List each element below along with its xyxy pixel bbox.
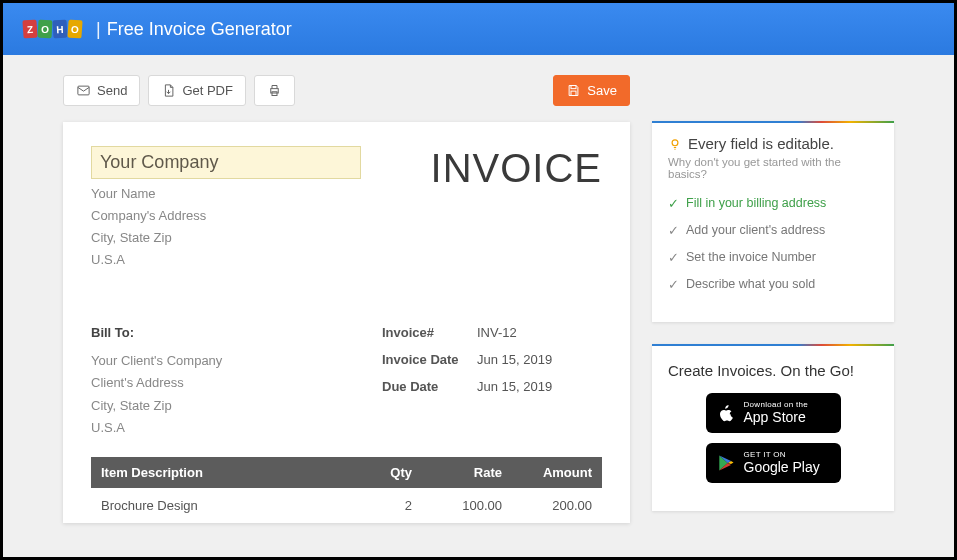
check-icon: ✓ [668,223,679,238]
svg-rect-4 [571,91,576,95]
tips-panel: Every field is editable. Why don't you g… [652,121,894,322]
svg-rect-3 [571,86,576,89]
panel-accent [652,121,894,123]
company-address-field[interactable]: Company's Address [91,205,431,227]
file-icon [161,83,176,98]
promo-panel: Create Invoices. On the Go! Download on … [652,344,894,511]
bulb-icon [668,137,682,151]
company-country-field[interactable]: U.S.A [91,249,431,271]
toolbar: Send Get PDF Save [63,75,630,106]
check-icon: ✓ [668,196,679,211]
item-qty[interactable]: 2 [332,498,412,513]
app-store-button[interactable]: Download on the App Store [706,393,841,433]
client-address-field[interactable]: Client's Address [91,372,382,394]
check-icon: ✓ [668,250,679,265]
company-city-field[interactable]: City, State Zip [91,227,431,249]
save-button[interactable]: Save [553,75,630,106]
your-name-field[interactable]: Your Name [91,183,431,205]
tips-title: Every field is editable. [668,135,878,152]
app-title: Free Invoice Generator [107,19,292,40]
items-table-header: Item Description Qty Rate Amount [91,457,602,488]
table-row[interactable]: Brochure Design 2 100.00 200.00 [91,488,602,523]
client-country-field[interactable]: U.S.A [91,417,382,439]
play-icon [716,452,736,474]
invoice-title: INVOICE [431,146,602,271]
invoice-number-value[interactable]: INV-12 [477,325,517,340]
apple-icon [716,402,736,424]
logo-letter: O [67,20,82,39]
logo-letter: H [53,20,68,39]
col-description: Item Description [101,465,332,480]
google-play-button[interactable]: GET IT ON Google Play [706,443,841,483]
item-amount[interactable]: 200.00 [502,498,592,513]
tips-subtitle: Why don't you get started with the basic… [668,156,878,180]
bill-to-block: Bill To: Your Client's Company Client's … [91,325,382,438]
invoice-meta: Invoice# INV-12 Invoice Date Jun 15, 201… [382,325,602,438]
tip-item: ✓Add your client's address [668,223,878,238]
due-date-label: Due Date [382,379,477,394]
logo: Z O H O [23,20,82,38]
bill-to-label: Bill To: [91,325,382,340]
invoice-card: Your Name Company's Address City, State … [63,122,630,523]
save-label: Save [587,83,617,98]
print-button[interactable] [254,75,295,106]
header-separator: | [96,19,101,40]
appstore-big-text: App Store [744,410,809,425]
app-header: Z O H O | Free Invoice Generator [3,3,954,55]
promo-title: Create Invoices. On the Go! [668,362,878,379]
check-icon: ✓ [668,277,679,292]
col-rate: Rate [412,465,502,480]
get-pdf-label: Get PDF [182,83,233,98]
get-pdf-button[interactable]: Get PDF [148,75,246,106]
invoice-date-label: Invoice Date [382,352,477,367]
svg-rect-0 [78,86,89,95]
item-description[interactable]: Brochure Design [101,498,332,513]
company-block: Your Name Company's Address City, State … [91,146,431,271]
send-label: Send [97,83,127,98]
tip-item: ✓Describe what you sold [668,277,878,292]
col-qty: Qty [332,465,412,480]
invoice-date-value[interactable]: Jun 15, 2019 [477,352,552,367]
panel-accent [652,344,894,346]
mail-icon [76,83,91,98]
company-name-input[interactable] [91,146,361,179]
logo-letter: Z [22,20,37,39]
svg-point-5 [672,139,678,145]
client-city-field[interactable]: City, State Zip [91,395,382,417]
client-company-field[interactable]: Your Client's Company [91,350,382,372]
due-date-value[interactable]: Jun 15, 2019 [477,379,552,394]
send-button[interactable]: Send [63,75,140,106]
svg-rect-2 [272,92,277,96]
save-icon [566,83,581,98]
play-big-text: Google Play [744,460,820,475]
item-rate[interactable]: 100.00 [412,498,502,513]
tip-item: ✓Fill in your billing address [668,196,878,211]
print-icon [267,83,282,98]
tip-item: ✓Set the invoice Number [668,250,878,265]
logo-letter: O [38,20,53,39]
col-amount: Amount [502,465,592,480]
invoice-number-label: Invoice# [382,325,477,340]
